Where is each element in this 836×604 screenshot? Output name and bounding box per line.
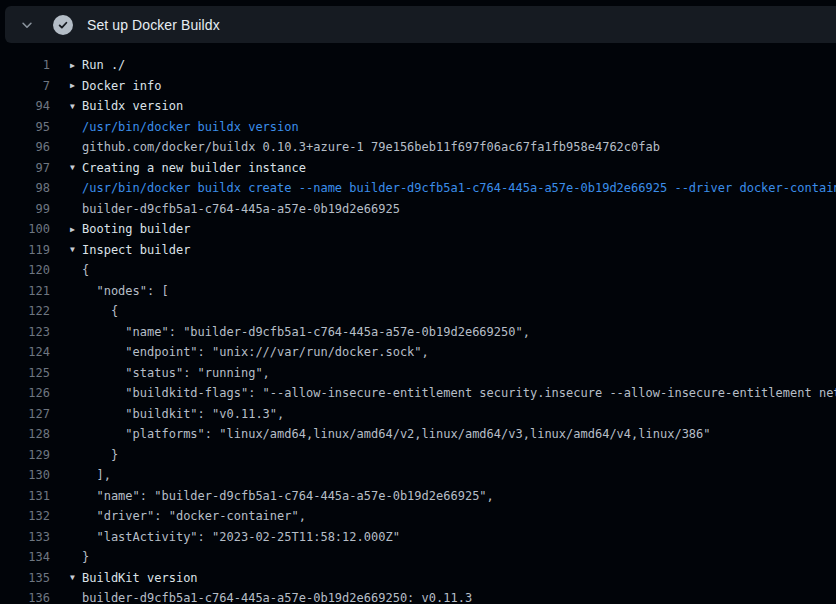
log-line-content: } <box>50 550 89 564</box>
log-line-number[interactable]: 128 <box>0 427 50 441</box>
log-line-number[interactable]: 100 <box>0 222 50 236</box>
log-line-text: Inspect builder <box>82 243 190 257</box>
log-line-number[interactable]: 136 <box>0 591 50 604</box>
log-group-row[interactable]: 119▼Inspect builder <box>0 240 836 261</box>
log-line-content: { <box>50 263 89 277</box>
log-line-number[interactable]: 95 <box>0 120 50 134</box>
log-line-number[interactable]: 99 <box>0 202 50 216</box>
log-line-content: "buildkit": "v0.11.3", <box>50 407 284 421</box>
log-line-text: BuildKit version <box>82 571 198 585</box>
log-line-content: ▶Booting builder <box>50 222 190 236</box>
log-line-row: 123 "name": "builder-d9cfb5a1-c764-445a-… <box>0 322 836 343</box>
log-line-text: /usr/bin/docker buildx create --name bui… <box>82 181 836 195</box>
log-group-row[interactable]: 97▼Creating a new builder instance <box>0 158 836 179</box>
log-line-content: github.com/docker/buildx 0.10.3+azure-1 … <box>50 140 660 154</box>
caret-down-icon[interactable]: ▼ <box>70 163 82 172</box>
log-line-text: /usr/bin/docker buildx version <box>82 120 299 134</box>
log-line-content: } <box>50 448 118 462</box>
log-line-content: /usr/bin/docker buildx create --name bui… <box>50 181 836 195</box>
log-line-content: /usr/bin/docker buildx version <box>50 120 299 134</box>
log-line-number[interactable]: 133 <box>0 530 50 544</box>
log-line-number[interactable]: 96 <box>0 140 50 154</box>
log-line-content: ], <box>50 468 111 482</box>
log-line-row: 99builder-d9cfb5a1-c764-445a-a57e-0b19d2… <box>0 199 836 220</box>
log-line-text: { <box>82 304 118 318</box>
log-line-content: builder-d9cfb5a1-c764-445a-a57e-0b19d2e6… <box>50 202 400 216</box>
log-line-content: "buildkitd-flags": "--allow-insecure-ent… <box>50 386 836 400</box>
log-line-text: Docker info <box>82 79 161 93</box>
log-line-text: } <box>82 550 89 564</box>
log-line-text: github.com/docker/buildx 0.10.3+azure-1 … <box>82 140 660 154</box>
log-line-row: 134} <box>0 547 836 568</box>
log-group-row[interactable]: 100▶Booting builder <box>0 219 836 240</box>
log-line-number[interactable]: 121 <box>0 284 50 298</box>
log-group-row[interactable]: 94▼Buildx version <box>0 96 836 117</box>
log-line-number[interactable]: 124 <box>0 345 50 359</box>
log-line-number[interactable]: 134 <box>0 550 50 564</box>
chevron-down-icon[interactable] <box>19 17 35 33</box>
log-line-row: 128 "platforms": "linux/amd64,linux/amd6… <box>0 424 836 445</box>
log-line-text: } <box>82 448 118 462</box>
log-line-content: builder-d9cfb5a1-c764-445a-a57e-0b19d2e6… <box>50 591 472 604</box>
log-line-number[interactable]: 131 <box>0 489 50 503</box>
log-line-row: 125 "status": "running", <box>0 363 836 384</box>
log-line-number[interactable]: 127 <box>0 407 50 421</box>
log-line-number[interactable]: 126 <box>0 386 50 400</box>
log-line-number[interactable]: 123 <box>0 325 50 339</box>
log-line-content: "name": "builder-d9cfb5a1-c764-445a-a57e… <box>50 489 494 503</box>
log-line-content: "status": "running", <box>50 366 270 380</box>
log-line-number[interactable]: 94 <box>0 99 50 113</box>
log-line-number[interactable]: 122 <box>0 304 50 318</box>
log-group-row[interactable]: 7▶Docker info <box>0 76 836 97</box>
log-line-content: ▼BuildKit version <box>50 571 198 585</box>
log-line-row: 124 "endpoint": "unix:///var/run/docker.… <box>0 342 836 363</box>
log-line-row: 122 { <box>0 301 836 322</box>
log-line-content: ▶Docker info <box>50 79 161 93</box>
log-line-text: "name": "builder-d9cfb5a1-c764-445a-a57e… <box>82 325 530 339</box>
log-group-row[interactable]: 135▼BuildKit version <box>0 568 836 589</box>
log-line-text: "nodes": [ <box>82 284 169 298</box>
log-line-text: "name": "builder-d9cfb5a1-c764-445a-a57e… <box>82 489 494 503</box>
caret-right-icon[interactable]: ▶ <box>70 60 82 69</box>
log-line-content: "driver": "docker-container", <box>50 509 306 523</box>
caret-down-icon[interactable]: ▼ <box>70 101 82 110</box>
log-line-number[interactable]: 130 <box>0 468 50 482</box>
log-line-text: "buildkit": "v0.11.3", <box>82 407 284 421</box>
log-line-number[interactable]: 125 <box>0 366 50 380</box>
log-line-text: "driver": "docker-container", <box>82 509 306 523</box>
log-line-content: ▶Run ./ <box>50 58 125 72</box>
log-line-row: 127 "buildkit": "v0.11.3", <box>0 404 836 425</box>
log-line-row: 121 "nodes": [ <box>0 281 836 302</box>
log-line-content: "lastActivity": "2023-02-25T11:58:12.000… <box>50 530 400 544</box>
log-line-row: 96github.com/docker/buildx 0.10.3+azure-… <box>0 137 836 158</box>
log-line-text: { <box>82 263 89 277</box>
log-viewer: 1▶Run ./7▶Docker info94▼Buildx version95… <box>0 55 836 604</box>
log-line-number[interactable]: 7 <box>0 79 50 93</box>
log-line-number[interactable]: 119 <box>0 243 50 257</box>
caret-down-icon[interactable]: ▼ <box>70 245 82 254</box>
log-line-number[interactable]: 1 <box>0 58 50 72</box>
log-line-number[interactable]: 97 <box>0 161 50 175</box>
log-line-content: ▼Inspect builder <box>50 243 190 257</box>
log-line-number[interactable]: 120 <box>0 263 50 277</box>
step-header[interactable]: Set up Docker Buildx <box>5 6 836 43</box>
log-line-content: "platforms": "linux/amd64,linux/amd64/v2… <box>50 427 711 441</box>
log-line-number[interactable]: 98 <box>0 181 50 195</box>
log-line-text: "buildkitd-flags": "--allow-insecure-ent… <box>82 386 836 400</box>
log-line-number[interactable]: 132 <box>0 509 50 523</box>
log-line-content: "nodes": [ <box>50 284 169 298</box>
log-line-text: builder-d9cfb5a1-c764-445a-a57e-0b19d2e6… <box>82 591 472 604</box>
log-line-row: 129 } <box>0 445 836 466</box>
log-line-row: 133 "lastActivity": "2023-02-25T11:58:12… <box>0 527 836 548</box>
caret-right-icon[interactable]: ▶ <box>70 224 82 233</box>
log-line-text: Creating a new builder instance <box>82 161 306 175</box>
caret-down-icon[interactable]: ▼ <box>70 573 82 582</box>
log-line-content: ▼Buildx version <box>50 99 183 113</box>
log-line-number[interactable]: 135 <box>0 571 50 585</box>
step-title: Set up Docker Buildx <box>87 17 220 33</box>
log-line-text: "status": "running", <box>82 366 270 380</box>
log-line-text: Buildx version <box>82 99 183 113</box>
caret-right-icon[interactable]: ▶ <box>70 81 82 90</box>
log-group-row[interactable]: 1▶Run ./ <box>0 55 836 76</box>
log-line-number[interactable]: 129 <box>0 448 50 462</box>
